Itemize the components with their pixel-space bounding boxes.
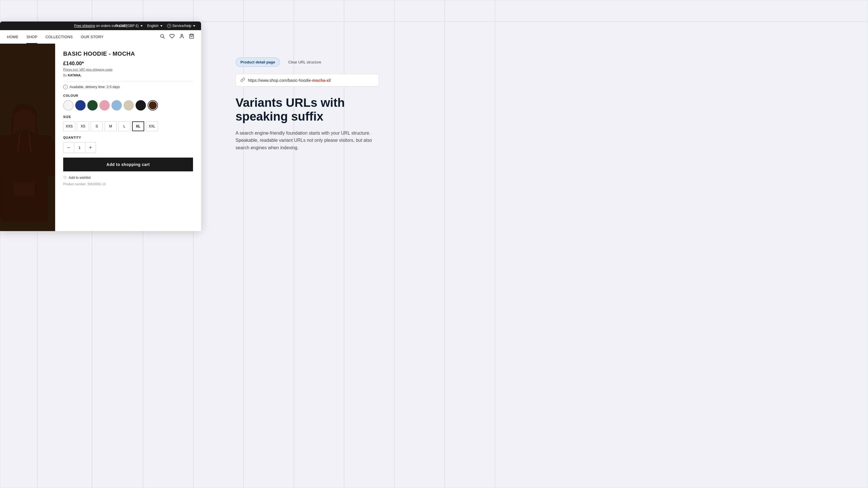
feature-description: A search engine-friendly foundation star… [236,129,379,152]
color-swatch-dark-green[interactable] [87,100,98,110]
url-base: https://www.shop.com/basic-hoodie- [248,78,312,83]
service-circle-icon: ? [167,24,171,28]
svg-line-1 [163,37,164,38]
quantity-value: 1 [74,142,85,153]
size-btn-xs[interactable]: XS [77,122,89,131]
svg-rect-5 [14,183,35,197]
brand-prefix: By [63,73,68,77]
feature-panel: Product detail pageClear URL structure h… [236,57,379,151]
currency-chevron-icon [141,25,143,27]
size-options: XXSXSSMLXLXXL [63,122,193,131]
nav-shop[interactable]: SHOP [26,35,37,39]
color-swatch-black[interactable] [135,100,146,110]
colour-label: COLOUR [63,94,193,97]
product-page: BASIC HOODIE - MOCHA £140.00* Prices inc… [0,44,201,231]
tab-btn-clear-url-structure[interactable]: Clear URL structure [283,57,326,67]
language-label: English [147,24,159,28]
feature-heading: Variants URLs with speaking suffix [236,96,379,124]
url-text: https://www.shop.com/basic-hoodie-mocha-… [248,78,331,83]
size-btn-xxs[interactable]: XXS [63,122,75,131]
navigation-bar: HOME SHOP COLLECTIONS OUR STORY [0,30,201,44]
size-btn-xl[interactable]: XL [132,122,144,131]
size-btn-l[interactable]: L [118,122,130,131]
color-swatch-light-blue[interactable] [112,100,122,110]
service-label: Service/help [172,24,191,28]
price-note[interactable]: Prices incl. VAT plus shipping costs [63,68,193,71]
size-label: SIZE [63,115,193,119]
color-swatch-white[interactable] [63,100,73,110]
product-image [0,87,55,231]
quantity-control: − 1 + [63,142,96,153]
heart-icon: ♡ [63,175,67,180]
product-number-value: SW10001.13 [87,182,106,186]
product-title: BASIC HOODIE - MOCHA [63,51,193,57]
nav-collections[interactable]: COLLECTIONS [45,35,73,39]
announcement-bar: Free shipping on orders over £100 Pound … [0,22,201,30]
add-to-cart-button[interactable]: Add to shopping cart [63,158,193,171]
size-btn-xxl[interactable]: XXL [146,122,158,131]
nav-icons [160,34,194,40]
url-bar: https://www.shop.com/basic-hoodie-mocha-… [236,74,379,87]
language-chevron-icon [160,25,162,27]
availability-text: Available, delivery time: 2-5 days [69,85,120,89]
currency-selector[interactable]: Pound (GBP £) [115,24,143,28]
add-to-wishlist-link[interactable]: ♡ Add to wishlist [63,175,193,180]
nav-our-story[interactable]: OUR STORY [81,35,104,39]
quantity-section: QUANTITY − 1 + [63,136,193,153]
color-swatch-mocha[interactable] [148,100,158,110]
language-selector[interactable]: English [147,24,162,28]
product-price: £140.00* [63,61,193,67]
wishlist-nav-icon[interactable] [169,34,175,40]
size-btn-m[interactable]: M [104,122,117,131]
wishlist-label: Add to wishlist [69,176,91,180]
nav-links: HOME SHOP COLLECTIONS OUR STORY [7,35,104,39]
brand-line: By KATANA. [63,73,193,77]
browser-window: Free shipping on orders over £100 Pound … [0,22,201,231]
url-suffix: / [330,78,331,83]
feature-heading-line1: Variants URLs with [236,96,345,109]
quantity-decrease-button[interactable]: − [63,142,74,153]
color-swatches [63,100,193,110]
svg-point-2 [181,34,183,36]
color-swatch-pink[interactable] [99,100,110,110]
nav-home[interactable]: HOME [7,35,19,39]
availability-status: i Available, delivery time: 2-5 days [63,85,193,89]
product-details-panel: BASIC HOODIE - MOCHA £140.00* Prices inc… [55,44,201,231]
feature-heading-line2: speaking suffix [236,110,323,123]
url-highlight: mocha-xl [312,78,330,83]
brand-name[interactable]: KATANA. [68,73,82,77]
search-icon[interactable] [160,34,165,40]
service-help-link[interactable]: ? Service/help [167,24,195,28]
header-controls: Pound (GBP £) English ? Service/help [115,24,195,28]
product-number: Product number: SW10001.13 [63,182,193,186]
link-icon [240,77,245,83]
size-btn-s[interactable]: S [91,122,103,131]
free-shipping-link[interactable]: Free shipping [74,24,95,28]
service-chevron-icon [193,25,195,27]
product-number-label: Product number: [63,182,87,186]
divider-1 [63,81,193,81]
quantity-label: QUANTITY [63,136,193,139]
account-icon[interactable] [179,34,184,40]
currency-label: Pound (GBP £) [115,24,138,28]
product-image-panel [0,44,55,231]
color-swatch-navy[interactable] [75,100,86,110]
cart-icon[interactable] [189,34,194,40]
color-swatch-oatmeal[interactable] [124,100,134,110]
availability-icon: i [63,85,68,89]
quantity-increase-button[interactable]: + [85,142,96,153]
tab-btn-product-detail-page[interactable]: Product detail page [236,57,280,67]
tab-buttons: Product detail pageClear URL structure [236,57,379,67]
